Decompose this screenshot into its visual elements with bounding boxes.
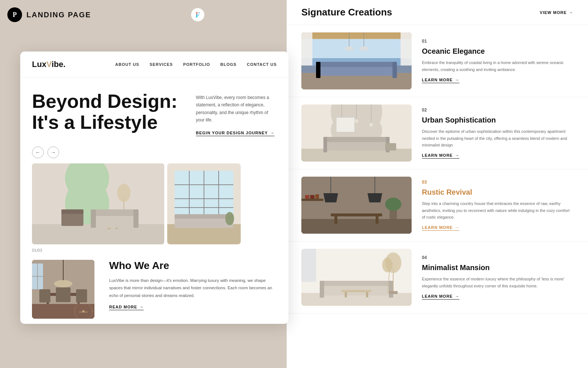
learn-more-rustic[interactable]: LEARN MORE → (422, 225, 459, 231)
logo-icon: P (7, 7, 22, 22)
creation-info-minimalist: 04 Minimalist Mansion Experience the ess… (422, 249, 573, 306)
svg-rect-52 (301, 32, 312, 66)
svg-rect-82 (301, 219, 412, 234)
svg-point-44 (82, 310, 85, 312)
learn-more-urban[interactable]: LEARN MORE → (422, 153, 459, 159)
signature-title: Signature Creations (301, 7, 392, 18)
svg-rect-61 (316, 62, 320, 78)
creation-num-2: 02 (422, 107, 573, 113)
svg-rect-53 (401, 32, 412, 66)
figma-icon: F (191, 8, 204, 21)
carousel-nav: ← → (32, 146, 277, 158)
svg-rect-36 (56, 287, 71, 302)
right-header: Signature Creations VIEW MORE → (287, 0, 588, 25)
svg-rect-34 (39, 289, 50, 302)
svg-rect-95 (315, 194, 319, 199)
creation-num-1: 01 (422, 39, 573, 44)
creation-image-rustic (301, 177, 412, 234)
carousel-image-1 (32, 163, 164, 244)
carousel-prev-button[interactable]: ← (32, 146, 44, 158)
svg-point-91 (385, 198, 401, 211)
svg-rect-111 (301, 249, 316, 282)
nav-contact[interactable]: CONTACT US (247, 62, 277, 67)
learn-more-minimalist[interactable]: LEARN MORE → (422, 294, 459, 300)
svg-rect-110 (389, 291, 398, 294)
svg-rect-7 (61, 209, 83, 214)
svg-rect-14 (91, 209, 96, 228)
view-more-button[interactable]: VIEW MORE → (540, 10, 573, 15)
creation-num-3: 03 (422, 180, 573, 185)
svg-point-27 (225, 212, 234, 225)
svg-point-57 (359, 46, 368, 51)
creation-image-urban (301, 105, 412, 162)
creation-desc-urban: Discover the epitome of urban sophistica… (422, 128, 573, 149)
creation-name-urban: Urban Sophistication (422, 116, 573, 124)
svg-rect-26 (175, 214, 233, 219)
creation-info-urban: 02 Urban Sophistication Discover the epi… (422, 105, 573, 162)
svg-point-109 (382, 258, 392, 272)
svg-point-71 (354, 119, 359, 123)
creation-name-minimalist: Minimalist Mansion (422, 263, 573, 272)
creation-info-oceanic: 01 Oceanic Elegance Embrace the tranquil… (422, 32, 573, 89)
svg-rect-79 (336, 117, 355, 132)
nav-links: ABOUT US SERVICES PORTFOLIO BLOGS CONTAC… (115, 62, 277, 67)
svg-rect-87 (331, 213, 382, 216)
nav-services[interactable]: SERVICES (150, 62, 173, 67)
svg-rect-62 (392, 62, 397, 78)
svg-rect-49 (301, 32, 412, 39)
svg-rect-15 (133, 209, 139, 228)
svg-point-38 (54, 280, 72, 287)
svg-rect-102 (389, 281, 393, 298)
who-title: Who We Are (109, 260, 277, 272)
creation-image-minimalist (301, 249, 412, 306)
svg-point-11 (117, 184, 130, 202)
creation-name-oceanic: Oceanic Elegance (422, 47, 573, 56)
svg-point-73 (369, 123, 373, 127)
website-card: LuxVibe. ABOUT US SERVICES PORTFOLIO BLO… (20, 52, 288, 324)
carousel-counter: 01/03 (32, 248, 277, 252)
svg-rect-103 (342, 290, 371, 292)
svg-rect-89 (376, 216, 379, 224)
carousel: ← → (20, 146, 288, 260)
svg-rect-35 (76, 289, 87, 302)
hero-title: Beyond Design:It's a Lifestyle (32, 91, 178, 133)
svg-rect-105 (366, 292, 368, 297)
creation-desc-minimalist: Experience the essence of modern luxury … (422, 276, 573, 289)
svg-rect-65 (301, 149, 412, 162)
brand-name: LANDING PAGE (26, 11, 91, 19)
svg-rect-100 (320, 281, 393, 286)
learn-more-oceanic[interactable]: LEARN MORE → (422, 78, 459, 83)
who-description: LuxVibe is more than design—it's emotion… (109, 277, 277, 300)
svg-rect-76 (323, 137, 327, 152)
creation-image-oceanic (301, 32, 412, 89)
hero-cta-button[interactable]: BEGIN YOUR DESIGN JOURNEY → (196, 131, 275, 136)
svg-rect-104 (345, 292, 347, 297)
creation-name-rustic: Rustic Revival (422, 188, 573, 197)
top-bar: P LANDING PAGE F (7, 7, 204, 22)
who-content: Who We Are LuxVibe is more than design—i… (109, 260, 277, 310)
svg-rect-88 (334, 216, 337, 224)
creation-desc-rustic: Step into a charming country house that … (422, 200, 573, 221)
creation-desc-oceanic: Embrace the tranquility of coastal livin… (422, 59, 573, 73)
svg-rect-75 (323, 137, 390, 142)
carousel-image-2 (167, 163, 241, 244)
navbar: LuxVibe. ABOUT US SERVICES PORTFOLIO BLO… (20, 52, 288, 78)
creation-item-oceanic: 01 Oceanic Elegance Embrace the tranquil… (287, 25, 588, 97)
svg-rect-93 (305, 195, 309, 199)
site-logo: LuxVibe. (32, 60, 65, 69)
nav-portfolio[interactable]: PORTFOLIO (183, 62, 210, 67)
svg-rect-60 (316, 62, 397, 67)
svg-rect-101 (320, 281, 324, 298)
hero-section: Beyond Design:It's a Lifestyle With LuxV… (20, 78, 288, 146)
nav-blogs[interactable]: BLOGS (220, 62, 237, 67)
nav-about[interactable]: ABOUT US (115, 62, 139, 67)
carousel-next-button[interactable]: → (47, 146, 59, 158)
who-we-are-section: INTERIOR Who We Are LuxVibe is more than… (20, 260, 288, 319)
creation-item-urban: 02 Urban Sophistication Discover the epi… (287, 97, 588, 169)
who-we-are-image: INTERIOR (32, 260, 94, 319)
read-more-button[interactable]: READ MORE → (109, 305, 144, 310)
creation-num-4: 04 (422, 255, 573, 260)
svg-rect-92 (301, 199, 323, 201)
creation-item-rustic: 03 Rustic Revival Step into a charming c… (287, 169, 588, 241)
svg-rect-78 (385, 143, 396, 151)
